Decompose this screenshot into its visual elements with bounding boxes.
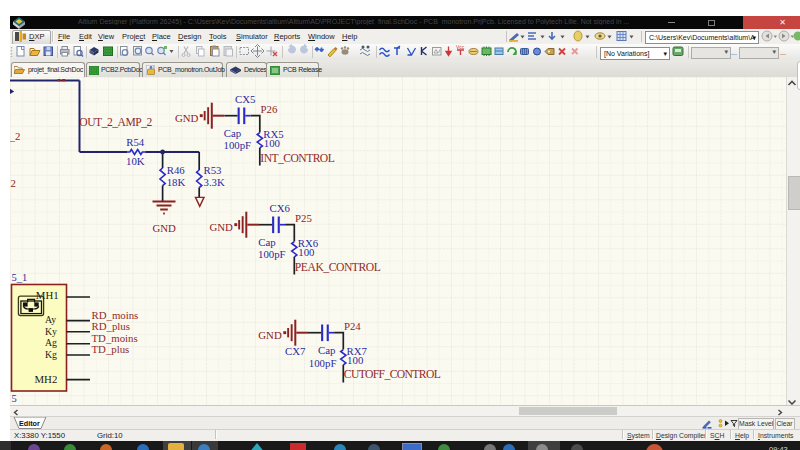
svg-text:10K: 10K bbox=[126, 155, 145, 167]
svg-text:Kg: Kg bbox=[45, 349, 57, 360]
svg-text:MH1: MH1 bbox=[36, 289, 59, 301]
svg-text:P25: P25 bbox=[295, 212, 312, 224]
svg-text:100pF: 100pF bbox=[224, 139, 252, 151]
svg-text:100pF: 100pF bbox=[309, 357, 337, 369]
svg-text:TD_plus: TD_plus bbox=[92, 343, 130, 355]
svg-text:Cap: Cap bbox=[318, 344, 335, 356]
svg-text:R54: R54 bbox=[126, 136, 145, 148]
svg-text:GND: GND bbox=[153, 222, 177, 234]
svg-text:GND: GND bbox=[258, 329, 282, 341]
svg-text:P24: P24 bbox=[344, 320, 361, 332]
svg-text:GND: GND bbox=[175, 112, 199, 124]
svg-text:PEAK_CONTROL: PEAK_CONTROL bbox=[295, 261, 381, 274]
svg-text:R46: R46 bbox=[167, 164, 186, 176]
svg-text:Cap: Cap bbox=[258, 236, 275, 248]
svg-text:18K: 18K bbox=[167, 176, 186, 188]
svg-text:MH2: MH2 bbox=[35, 373, 58, 385]
svg-text:CX6: CX6 bbox=[270, 202, 291, 214]
svg-text:P_2: P_2 bbox=[10, 130, 20, 142]
svg-text:CUTOFF_CONTROL: CUTOFF_CONTROL bbox=[344, 368, 441, 381]
svg-text:RD_plus: RD_plus bbox=[92, 320, 130, 332]
svg-text:100: 100 bbox=[347, 354, 363, 366]
svg-text:100pF: 100pF bbox=[258, 248, 286, 260]
svg-text:Ky: Ky bbox=[45, 326, 57, 337]
svg-text:CX5: CX5 bbox=[235, 93, 255, 105]
svg-text:100: 100 bbox=[298, 246, 314, 258]
svg-text:Ay: Ay bbox=[45, 314, 56, 325]
svg-text:3.3K: 3.3K bbox=[204, 176, 225, 188]
svg-text:GND: GND bbox=[210, 221, 234, 233]
svg-text:Ag: Ag bbox=[45, 337, 57, 348]
svg-text:100: 100 bbox=[264, 137, 280, 149]
svg-text:TD_moins: TD_moins bbox=[92, 332, 138, 344]
svg-text:OUT_2_AMP_2: OUT_2_AMP_2 bbox=[79, 116, 152, 129]
svg-text:P26: P26 bbox=[261, 103, 278, 115]
svg-text:CX7: CX7 bbox=[285, 345, 306, 357]
svg-text:2: 2 bbox=[11, 177, 16, 189]
svg-text:5_1: 5_1 bbox=[12, 272, 28, 283]
svg-text:5: 5 bbox=[12, 393, 17, 404]
svg-text:R53: R53 bbox=[204, 164, 222, 176]
svg-text:Cap: Cap bbox=[224, 127, 241, 139]
svg-text:Vcc: Vcc bbox=[456, 44, 465, 50]
svg-text:INT_CONTROL: INT_CONTROL bbox=[260, 152, 335, 165]
